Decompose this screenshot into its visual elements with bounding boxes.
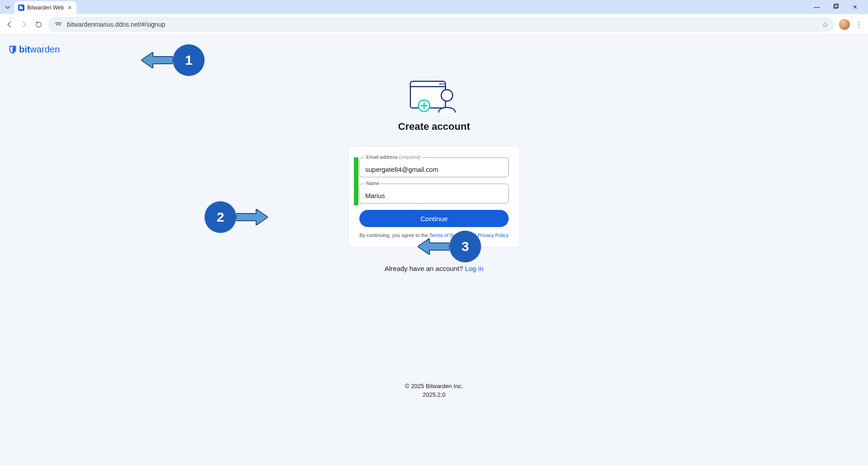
privacy-link[interactable]: Privacy Policy [477, 232, 508, 238]
tab-separator [80, 4, 80, 12]
back-icon[interactable] [5, 19, 14, 29]
svg-point-8 [443, 83, 444, 85]
email-label: Email address (required) [364, 154, 422, 160]
close-window-icon[interactable]: ✕ [849, 4, 861, 10]
brand-text: bitwarden [19, 44, 60, 55]
name-label: Name [364, 180, 381, 186]
forward-icon[interactable] [19, 19, 29, 29]
browser-menu-icon[interactable]: ⋮ [854, 20, 863, 29]
signup-card: Email address (required) Name Continue B… [348, 146, 520, 247]
browser-tab[interactable]: Bitwarden Web ✕ [14, 1, 76, 14]
browser-tab-bar: Bitwarden Web ✕ ― ✕ [0, 0, 868, 14]
reload-icon[interactable] [33, 19, 43, 29]
minimize-icon[interactable]: ― [811, 4, 823, 10]
annotation-callout-2: 2 [205, 201, 268, 233]
url-text: bitwardenmarius.ddns.net/#/signup [67, 21, 165, 28]
page-title: Create account [398, 121, 470, 133]
terms-link[interactable]: Terms of Service [429, 232, 467, 238]
annotation-green-bar [354, 157, 358, 205]
svg-rect-0 [834, 5, 838, 9]
annotation-number-2: 2 [217, 209, 224, 225]
bookmark-star-icon[interactable]: ☆ [822, 20, 828, 29]
create-account-illustration [407, 78, 461, 114]
version: 2025.2.0 [0, 391, 868, 398]
close-tab-icon[interactable]: ✕ [67, 5, 73, 11]
email-field-wrapper: Email address (required) [359, 157, 509, 177]
continue-button[interactable]: Continue [359, 210, 509, 227]
site-info-icon[interactable] [54, 20, 62, 28]
svg-rect-1 [835, 4, 839, 8]
login-link[interactable]: Log in [465, 265, 483, 272]
svg-point-6 [439, 83, 441, 85]
svg-rect-2 [56, 23, 58, 24]
legal-text: By continuing, you agree to the Terms of… [359, 232, 509, 238]
page-content: bitwarden Create account Email address (… [0, 35, 868, 465]
window-controls: ― ✕ [811, 0, 865, 14]
profile-avatar[interactable] [839, 19, 850, 30]
page-footer: © 2025 Bitwarden Inc. 2025.2.0 [0, 383, 868, 398]
arrow-left-icon [141, 52, 173, 68]
tab-search-dropdown[interactable] [3, 2, 13, 12]
address-bar[interactable]: bitwardenmarius.ddns.net/#/signup ☆ [48, 17, 835, 32]
already-have-account: Already have an account? Log in [385, 265, 484, 272]
arrow-right-icon [236, 209, 268, 225]
svg-point-7 [441, 83, 443, 85]
email-input[interactable] [360, 158, 508, 177]
bitwarden-logo[interactable]: bitwarden [9, 44, 60, 55]
annotation-callout-1: 1 [141, 44, 205, 76]
browser-toolbar: bitwardenmarius.ddns.net/#/signup ☆ ⋮ [0, 14, 868, 35]
name-field-wrapper: Name [359, 184, 509, 204]
bitwarden-favicon [18, 5, 24, 11]
svg-point-9 [441, 90, 453, 101]
name-input[interactable] [360, 184, 508, 203]
tab-title: Bitwarden Web [27, 5, 64, 11]
annotation-number-1: 1 [185, 52, 193, 68]
copyright: © 2025 Bitwarden Inc. [0, 383, 868, 389]
maximize-icon[interactable] [830, 4, 842, 10]
svg-rect-3 [59, 23, 61, 24]
shield-icon [9, 46, 16, 54]
